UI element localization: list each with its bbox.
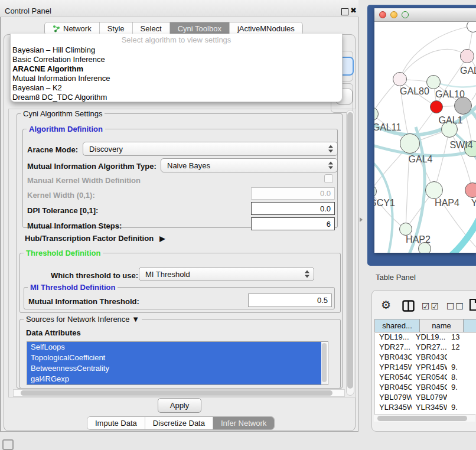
aracne-mode-value: Discovery bbox=[89, 145, 123, 154]
tab-discretize-data[interactable]: Discretize Data bbox=[145, 417, 213, 429]
attribute-topologicalcoefficient[interactable]: TopologicalCoefficient bbox=[27, 353, 321, 363]
mi-type-label: Mutual Information Algorithm Type: bbox=[27, 162, 157, 171]
algorithm-dropdown-list: Bayesian – Hill ClimbingBasic Correlatio… bbox=[11, 45, 342, 102]
table-cell: YER054C bbox=[412, 372, 447, 382]
data-attributes-list[interactable]: SelfLoopsTopologicalCoefficientBetweenne… bbox=[27, 341, 328, 385]
mi-threshold-field[interactable]: 0.5 bbox=[248, 294, 332, 307]
tab-infer-network[interactable]: Infer Network bbox=[213, 417, 274, 429]
mi-steps-field[interactable]: 6 bbox=[251, 217, 335, 230]
attribute-selfloops[interactable]: SelfLoops bbox=[27, 342, 321, 353]
kernel-width-field[interactable]: 0.0 bbox=[251, 187, 335, 200]
table-row[interactable]: YBL079WYBL079W bbox=[375, 392, 476, 402]
float-window-icon[interactable] bbox=[341, 8, 348, 15]
column-header-name[interactable]: name bbox=[420, 319, 464, 332]
data-attributes-label: Data Attributes bbox=[26, 328, 81, 337]
apply-button[interactable]: Apply bbox=[158, 398, 201, 413]
table-cell: YDR27... bbox=[412, 342, 447, 352]
network-node-y[interactable] bbox=[465, 182, 476, 198]
tab-select[interactable]: Select bbox=[133, 22, 170, 35]
table-cell: YBL079W bbox=[375, 392, 412, 402]
table-cell: YPR145W bbox=[375, 362, 412, 372]
table-cell: YBL079W bbox=[412, 392, 447, 402]
algorithm-option-bayesian-k2[interactable]: Bayesian – K2 bbox=[11, 83, 342, 93]
split-columns-icon[interactable] bbox=[402, 300, 415, 314]
algorithm-option-bayesian-hill-climbing[interactable]: Bayesian – Hill Climbing bbox=[11, 45, 342, 55]
hub-definition-row[interactable]: Hub/Transcription Factor Definition▶ bbox=[25, 234, 165, 243]
select-all-checks-icon[interactable]: ☑☑ bbox=[422, 301, 440, 312]
collapse-arrow-icon[interactable]: ▼ bbox=[132, 315, 139, 324]
network-node-gal[interactable] bbox=[460, 49, 474, 63]
table-cell: YBR043C bbox=[375, 352, 412, 362]
tab-cyni-toolbox[interactable]: Cyni Toolbox bbox=[170, 22, 230, 35]
algorithm-dropdown-popup: Select algorithm to view settings Bayesi… bbox=[10, 34, 343, 102]
table-row[interactable]: YDR27...YDR27...12 bbox=[375, 342, 476, 352]
table-cell: 13 bbox=[447, 332, 476, 342]
tab-label: Discretize Data bbox=[153, 417, 205, 429]
mi-steps-label: Mutual Information Steps: bbox=[27, 221, 122, 230]
table-hscroll-thumb[interactable] bbox=[377, 416, 467, 421]
algorithm-option-dream8-dc-tdc-algorithm[interactable]: Dream8 DC_TDC Algorithm bbox=[11, 93, 342, 102]
table-cell: 12 bbox=[447, 342, 476, 352]
tab-label: Cyni Toolbox bbox=[178, 22, 221, 35]
tab-impute-data[interactable]: Impute Data bbox=[87, 417, 145, 429]
network-canvas[interactable]: GALGAL80GAL10GAL1GAL11SWI4GAL4GCY1HAP4YH… bbox=[374, 22, 476, 253]
settings-vscroll-thumb[interactable] bbox=[347, 112, 353, 389]
table-row[interactable]: YDL19...YDL19...13 bbox=[375, 332, 476, 342]
algorithm-option-aracne-algorithm[interactable]: ARACNE Algorithm bbox=[11, 64, 342, 74]
node-label: GAL bbox=[460, 66, 476, 76]
network-node-gal4[interactable] bbox=[400, 133, 420, 154]
mi-type-combo[interactable]: Naive Bayes bbox=[161, 158, 338, 172]
tab-style[interactable]: Style bbox=[100, 22, 133, 35]
column-header-shared[interactable]: shared... bbox=[375, 319, 420, 332]
algorithm-option-mutual-information-inference[interactable]: Mutual Information Inference bbox=[11, 74, 342, 83]
table-row[interactable]: YBR043CYBR043C bbox=[375, 352, 476, 362]
network-window-frame: GALGAL80GAL10GAL1GAL11SWI4GAL4GCY1HAP4YH… bbox=[367, 5, 476, 266]
table-row[interactable]: YPR145WYPR145W9. bbox=[375, 362, 476, 372]
network-window-titlebar[interactable] bbox=[374, 8, 476, 22]
attribute-betweennesscentrality[interactable]: BetweennessCentrality bbox=[27, 363, 321, 374]
table-row[interactable]: YBR045CYBR045C9. bbox=[375, 382, 476, 392]
minimized-panel-icon[interactable] bbox=[2, 439, 14, 450]
aracne-mode-label: Aracne Mode: bbox=[27, 145, 78, 154]
node-label: Y bbox=[471, 198, 476, 208]
network-node-hap4[interactable] bbox=[425, 181, 443, 199]
cyni-settings-title: Cyni Algorithm Settings bbox=[21, 109, 105, 118]
table-row[interactable]: YER054CYER054C8. bbox=[375, 372, 476, 382]
tab-jactivemnodules[interactable]: jActiveMNodules bbox=[230, 22, 302, 35]
close-traffic-light[interactable] bbox=[379, 11, 386, 18]
tab-network[interactable]: Network bbox=[45, 22, 100, 35]
settings-hscroll-thumb[interactable] bbox=[21, 390, 332, 396]
close-icon[interactable]: ✖ bbox=[350, 6, 357, 15]
which-threshold-combo[interactable]: MI Threshold bbox=[139, 267, 314, 281]
node-label: GAL80 bbox=[400, 86, 429, 97]
node-label: HAP2 bbox=[406, 234, 431, 245]
sources-title[interactable]: Sources for Network Inference ▼ bbox=[24, 315, 142, 324]
tab-label: Infer Network bbox=[221, 417, 266, 429]
attribute-gal4rgexp[interactable]: gal4RGexp bbox=[27, 374, 321, 384]
zoom-traffic-light[interactable] bbox=[402, 11, 409, 18]
algorithm-option-basic-correlation-inference[interactable]: Basic Correlation Inference bbox=[11, 55, 342, 64]
column-header-a[interactable]: A bbox=[464, 319, 476, 332]
sources-title-text: Sources for Network Inference bbox=[26, 315, 130, 324]
table-panel-title: Table Panel bbox=[376, 273, 416, 282]
manual-kernel-checkbox[interactable] bbox=[324, 174, 333, 183]
table-row[interactable]: YLR345WYLR345W9. bbox=[375, 402, 476, 412]
node-label: HAP4 bbox=[435, 198, 459, 208]
minimize-traffic-light[interactable] bbox=[390, 11, 397, 18]
table-cell: YPR145W bbox=[412, 362, 447, 372]
attributes-scrollbar-thumb[interactable] bbox=[322, 343, 327, 382]
control-panel-title: Control Panel bbox=[5, 6, 51, 15]
dpi-tolerance-field[interactable]: 0.0 bbox=[251, 202, 335, 215]
deselect-all-checks-icon[interactable]: ☐☐ bbox=[446, 301, 465, 312]
network-node-gal1[interactable] bbox=[430, 100, 443, 113]
mi-threshold-label: Mutual Information Threshold: bbox=[28, 297, 139, 306]
aracne-mode-combo[interactable]: Discovery bbox=[83, 142, 338, 156]
splitter-handle-icon[interactable] bbox=[360, 217, 363, 222]
gear-icon[interactable]: ⚙ bbox=[381, 298, 391, 311]
network-node-hap2[interactable] bbox=[399, 223, 412, 236]
table-cell: YER054C bbox=[375, 372, 412, 382]
table-cell: YDR27... bbox=[375, 342, 412, 352]
expand-arrow-icon[interactable]: ▶ bbox=[159, 234, 165, 243]
network-node-gal80[interactable] bbox=[393, 72, 407, 86]
new-table-icon[interactable] bbox=[469, 298, 476, 313]
